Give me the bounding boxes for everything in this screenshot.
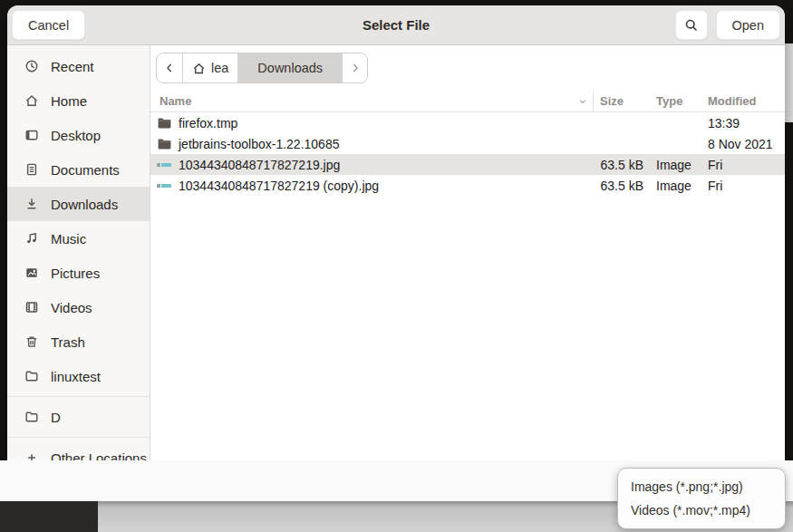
sidebar-item-music[interactable]: Music xyxy=(7,221,150,256)
file-row[interactable]: jetbrains-toolbox-1.22.10685 8 Nov 2021 xyxy=(150,133,785,154)
sidebar-item-label: Documents xyxy=(51,162,120,178)
folder-icon xyxy=(157,138,171,150)
pathbar: lea Downloads xyxy=(156,53,368,83)
folder-icon xyxy=(24,369,39,383)
file-type: Image xyxy=(651,179,707,193)
sidebar-item-label: D xyxy=(51,410,61,425)
file-row[interactable]: firefox.tmp 13:39 xyxy=(150,112,785,133)
sidebar-item-trash[interactable]: Trash xyxy=(7,324,150,359)
column-header-modified[interactable]: Modified xyxy=(707,94,785,108)
file-row-selected[interactable]: 10344340848717827219.jpg 63.5 kB Image F… xyxy=(150,154,785,175)
download-icon xyxy=(24,197,39,211)
desktop-icon xyxy=(24,128,39,142)
image-thumbnail-icon xyxy=(157,184,171,188)
file-name-cell: 10344340848717827219.jpg xyxy=(150,158,593,172)
file-type: Image xyxy=(651,158,707,172)
column-name-label: Name xyxy=(160,94,191,108)
sidebar-item-label: linuxtest xyxy=(51,369,101,384)
document-icon xyxy=(24,162,39,177)
file-name: 10344340848717827219.jpg xyxy=(179,158,340,172)
path-forward-button[interactable] xyxy=(342,53,367,82)
file-row[interactable]: 10344340848717827219 (copy).jpg 63.5 kB … xyxy=(150,175,785,196)
chevron-left-icon xyxy=(163,62,176,74)
sidebar-item-home[interactable]: Home xyxy=(7,83,150,118)
sidebar-item-desktop[interactable]: Desktop xyxy=(7,118,150,152)
file-filter-popup: Images (*.png;*.jpg) Videos (*.mov;*.mp4… xyxy=(617,468,786,529)
sidebar-item-label: Trash xyxy=(51,334,85,350)
column-modified-label: Modified xyxy=(708,94,756,108)
file-name-cell: jetbrains-toolbox-1.22.10685 xyxy=(150,137,593,151)
clock-icon xyxy=(24,59,39,73)
titlebar-actions: Open xyxy=(675,10,780,40)
dialog-title: Select File xyxy=(7,17,785,33)
path-segment-downloads[interactable]: Downloads xyxy=(237,53,342,82)
sidebar-item-label: Desktop xyxy=(51,128,101,143)
file-size: 63.5 kB xyxy=(593,179,651,193)
pathbar-row: lea Downloads xyxy=(150,45,785,91)
background-dark-band xyxy=(0,501,98,532)
open-button[interactable]: Open xyxy=(716,10,780,40)
places-sidebar: Recent Home Desktop xyxy=(7,45,150,460)
sidebar-item-label: Downloads xyxy=(51,197,118,212)
home-icon xyxy=(192,62,206,75)
sidebar-item-label: Videos xyxy=(51,300,92,315)
sidebar-item-pictures[interactable]: Pictures xyxy=(7,256,150,290)
file-modified: Fri xyxy=(707,158,785,172)
file-modified: 13:39 xyxy=(707,116,785,131)
column-header-type[interactable]: Type xyxy=(651,94,707,108)
column-header-name[interactable]: Name xyxy=(150,91,593,111)
file-name-cell: firefox.tmp xyxy=(150,116,593,131)
file-modified: 8 Nov 2021 xyxy=(707,137,785,151)
picture-icon xyxy=(24,266,39,280)
chevron-right-icon xyxy=(349,62,362,74)
folder-icon xyxy=(24,410,39,424)
search-icon xyxy=(684,18,699,33)
folder-icon xyxy=(157,117,171,130)
path-home-label: lea xyxy=(211,61,228,75)
path-current-label: Downloads xyxy=(257,61,323,75)
search-button[interactable] xyxy=(675,10,708,40)
file-pane: lea Downloads Name xyxy=(150,45,785,460)
file-name: jetbrains-toolbox-1.22.10685 xyxy=(179,137,339,151)
sidebar-item-d[interactable]: D xyxy=(7,400,150,434)
sidebar-item-linuxtest[interactable]: linuxtest xyxy=(7,359,150,393)
column-type-label: Type xyxy=(656,94,682,108)
trash-icon xyxy=(24,334,39,349)
sidebar-separator xyxy=(7,437,150,438)
column-size-label: Size xyxy=(600,94,624,108)
file-name: 10344340848717827219 (copy).jpg xyxy=(179,179,379,193)
filter-option-videos[interactable]: Videos (*.mov;*.mp4) xyxy=(618,498,785,522)
file-name-cell: 10344340848717827219 (copy).jpg xyxy=(150,179,593,193)
music-note-icon xyxy=(24,231,39,246)
sidebar-item-videos[interactable]: Videos xyxy=(7,290,150,324)
image-thumbnail-icon xyxy=(157,163,171,167)
sidebar-item-label: Music xyxy=(51,231,86,247)
sidebar-item-label: Recent xyxy=(51,59,94,74)
sidebar-item-label: Pictures xyxy=(51,266,100,281)
titlebar: Cancel Select File Open xyxy=(7,5,785,45)
home-icon xyxy=(24,93,39,108)
sort-chevron-down-icon xyxy=(577,96,588,107)
path-segment-home[interactable]: lea xyxy=(182,53,237,82)
sidebar-item-label: Other Locations xyxy=(51,450,147,461)
sidebar-separator xyxy=(7,396,150,397)
filter-option-images[interactable]: Images (*.png;*.jpg) xyxy=(618,475,785,498)
background-window-sliver xyxy=(785,44,793,122)
sidebar-item-documents[interactable]: Documents xyxy=(7,152,150,187)
sidebar-item-recent[interactable]: Recent xyxy=(7,49,150,83)
cancel-button[interactable]: Cancel xyxy=(12,10,85,40)
list-column-headers: Name Size Type Modified xyxy=(150,91,785,112)
path-back-button[interactable] xyxy=(157,53,182,82)
file-size: 63.5 kB xyxy=(593,158,651,172)
sidebar-item-label: Home xyxy=(51,93,87,109)
sidebar-item-downloads[interactable]: Downloads xyxy=(7,187,150,221)
film-icon xyxy=(24,300,39,314)
dialog-body: Recent Home Desktop xyxy=(7,45,785,460)
file-name: firefox.tmp xyxy=(179,116,237,131)
sidebar-item-other-locations[interactable]: Other Locations xyxy=(7,440,150,460)
file-chooser-dialog: Cancel Select File Open Recent xyxy=(7,5,785,460)
column-header-size[interactable]: Size xyxy=(593,91,651,111)
file-modified: Fri xyxy=(707,179,785,193)
plus-icon xyxy=(24,450,39,460)
